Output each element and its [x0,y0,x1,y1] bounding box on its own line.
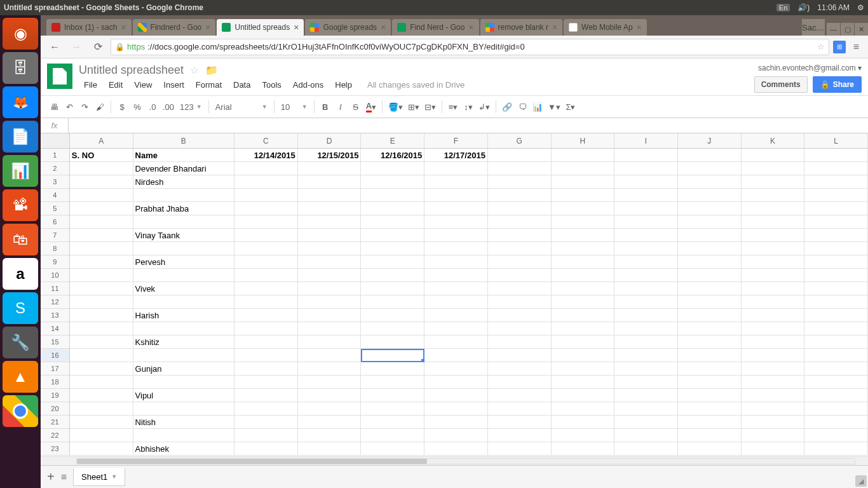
cell[interactable] [361,189,424,202]
cell[interactable] [804,149,868,162]
cell[interactable] [70,255,133,269]
system-gear-icon[interactable]: ⚙ [857,3,864,12]
cell[interactable] [234,202,298,215]
row-header[interactable]: 4 [41,189,70,202]
cell[interactable] [424,376,488,389]
cell[interactable] [804,429,868,442]
cell[interactable] [488,402,552,416]
cell[interactable] [552,376,615,389]
cell[interactable]: 12/14/2015 [234,149,298,162]
cell[interactable] [742,322,805,336]
cell[interactable] [424,229,488,242]
window-close[interactable]: ✕ [854,23,868,36]
cell[interactable] [298,442,362,456]
fontsize-select[interactable]: 10▼ [278,102,310,112]
col-header[interactable]: E [361,133,424,148]
paint-format-icon[interactable]: 🖌 [93,99,107,114]
cell[interactable] [552,202,615,215]
software-center-icon[interactable]: 🛍 [3,224,38,255]
cell[interactable] [488,175,552,189]
tab-close-icon[interactable]: × [294,22,299,32]
cell[interactable] [678,282,742,295]
col-header[interactable]: A [70,133,133,148]
settings-icon[interactable]: 🔧 [3,327,38,358]
col-header[interactable]: G [488,133,552,148]
menu-data[interactable]: Data [228,79,255,91]
cell[interactable] [424,416,488,429]
cell[interactable] [552,215,615,229]
row-header[interactable]: 6 [41,215,70,229]
cell[interactable] [424,402,488,416]
cell[interactable] [552,295,615,309]
cell[interactable] [552,336,615,349]
cell[interactable] [361,322,424,336]
cell[interactable] [298,389,362,402]
cell[interactable] [804,255,868,269]
row-header[interactable]: 17 [41,362,70,376]
amazon-icon[interactable]: a [3,258,38,290]
cell[interactable]: Harish [133,309,235,322]
cell[interactable] [742,349,805,362]
cell[interactable] [488,282,552,295]
cell[interactable] [614,349,678,362]
cell[interactable] [234,389,298,402]
cell[interactable] [678,402,742,416]
chrome-icon[interactable] [3,395,38,427]
cell[interactable] [678,336,742,349]
col-header[interactable]: B [133,133,235,148]
cell[interactable] [552,229,615,242]
cell[interactable]: Pervesh [133,255,235,269]
cell[interactable] [804,202,868,215]
cell[interactable] [552,282,615,295]
col-header[interactable]: L [804,133,868,148]
cell[interactable] [424,389,488,402]
currency-icon[interactable]: $ [115,99,129,114]
cell[interactable] [298,349,362,362]
cell[interactable] [70,269,133,282]
cell[interactable] [361,229,424,242]
back-button[interactable]: ← [46,38,64,56]
cell[interactable] [804,376,868,389]
cell[interactable] [361,429,424,442]
row-header[interactable]: 13 [41,309,70,322]
undo-icon[interactable]: ↶ [62,99,76,114]
menu-file[interactable]: File [79,79,102,91]
col-header[interactable]: I [614,133,678,148]
cell[interactable] [133,242,235,255]
cell[interactable] [552,349,615,362]
cell[interactable] [614,255,678,269]
cell[interactable] [742,269,805,282]
cell[interactable] [234,362,298,376]
cell[interactable] [614,442,678,456]
cell[interactable] [488,255,552,269]
cell[interactable] [133,376,235,389]
cell[interactable] [70,282,133,295]
cell[interactable] [424,242,488,255]
cell[interactable] [234,242,298,255]
row-header[interactable]: 12 [41,295,70,309]
cell[interactable] [742,416,805,429]
cell[interactable]: 12/15/2015 [298,149,362,162]
cell[interactable] [552,149,615,162]
cell[interactable]: Gunjan [133,362,235,376]
cell[interactable]: 12/17/2015 [424,149,488,162]
cell[interactable] [234,175,298,189]
menu-view[interactable]: View [129,79,157,91]
tab-close-icon[interactable]: × [121,22,126,32]
cell[interactable] [552,322,615,336]
filter-icon[interactable]: ▼▾ [546,99,562,114]
cell[interactable] [742,162,805,175]
clock[interactable]: 11:06 AM [817,3,850,12]
cell[interactable] [678,362,742,376]
cell[interactable] [70,309,133,322]
cell[interactable] [804,362,868,376]
cell[interactable] [70,229,133,242]
cell[interactable] [70,402,133,416]
cell[interactable] [70,336,133,349]
cell[interactable] [298,189,362,202]
print-icon[interactable]: 🖶 [47,99,61,114]
cell[interactable] [678,215,742,229]
cell[interactable] [488,376,552,389]
cell[interactable] [70,175,133,189]
cell[interactable] [614,389,678,402]
